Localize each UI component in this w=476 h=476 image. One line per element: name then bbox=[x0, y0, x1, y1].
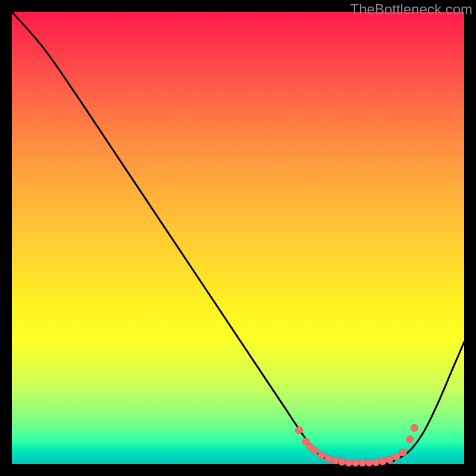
data-dot bbox=[318, 452, 325, 459]
data-dot bbox=[311, 447, 318, 454]
data-dot bbox=[352, 459, 359, 466]
data-dot bbox=[411, 424, 418, 431]
chart-svg bbox=[12, 12, 464, 464]
data-dot bbox=[393, 453, 400, 461]
data-dot bbox=[399, 449, 406, 456]
data-dot bbox=[345, 459, 352, 466]
data-dot bbox=[365, 459, 372, 466]
curve-group bbox=[12, 12, 464, 465]
data-dot bbox=[386, 456, 393, 463]
bottleneck-curve bbox=[12, 12, 464, 465]
data-dot bbox=[331, 457, 339, 464]
data-dot bbox=[325, 455, 332, 462]
chart-stage: TheBottleneck.com bbox=[0, 0, 476, 476]
data-dot bbox=[339, 458, 346, 465]
data-dot bbox=[379, 458, 386, 465]
data-dot bbox=[406, 436, 414, 443]
data-dot bbox=[296, 427, 303, 434]
data-dot bbox=[372, 459, 380, 466]
data-dot bbox=[359, 459, 366, 466]
dots-group bbox=[296, 424, 418, 466]
